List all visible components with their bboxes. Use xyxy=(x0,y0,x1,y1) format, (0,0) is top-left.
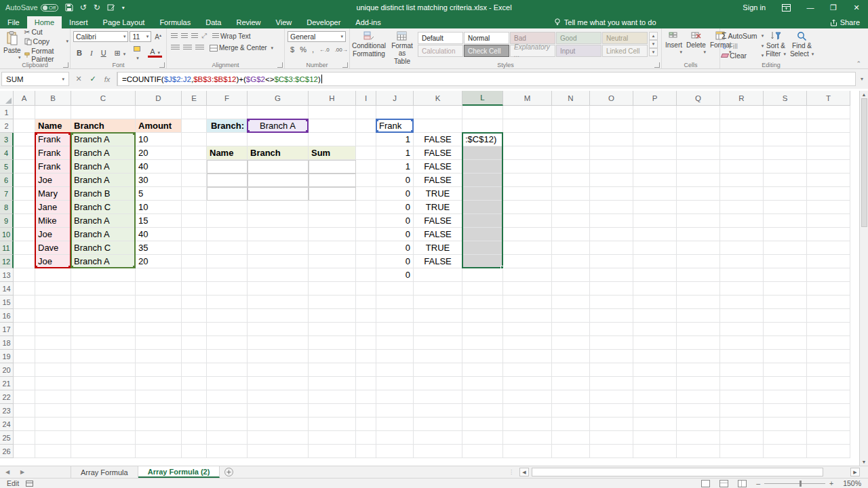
cell-R18[interactable] xyxy=(720,336,764,350)
cell-G21[interactable] xyxy=(248,377,309,390)
cell-S26[interactable] xyxy=(764,445,807,458)
cell-A6[interactable] xyxy=(14,174,35,187)
ribbon-display-options-icon[interactable] xyxy=(774,0,799,15)
cell-M10[interactable] xyxy=(503,228,552,241)
cell-P26[interactable] xyxy=(633,445,677,458)
cell-I21[interactable] xyxy=(356,377,376,390)
cell-O4[interactable] xyxy=(590,146,633,160)
cell-Q21[interactable] xyxy=(677,377,720,390)
cell-B12[interactable]: Joe xyxy=(35,255,71,268)
cell-I12[interactable] xyxy=(356,255,376,268)
cell-E25[interactable] xyxy=(182,431,207,445)
cell-H23[interactable] xyxy=(309,404,356,418)
cell-L3[interactable]: :$C$12) xyxy=(462,133,503,146)
cell-H19[interactable] xyxy=(309,350,356,363)
cell-J5[interactable]: 1 xyxy=(376,160,414,174)
cell-T20[interactable] xyxy=(807,363,850,377)
cell-O5[interactable] xyxy=(590,160,633,174)
ribbon-tab-data[interactable]: Data xyxy=(198,16,229,28)
undo-icon[interactable]: ↺ xyxy=(80,3,87,12)
cell-R13[interactable] xyxy=(720,268,764,282)
cell-K14[interactable] xyxy=(414,282,462,296)
cell-Q13[interactable] xyxy=(677,268,720,282)
column-header-A[interactable]: A xyxy=(14,91,35,106)
cell-F13[interactable] xyxy=(207,268,248,282)
cell-N19[interactable] xyxy=(552,350,590,363)
page-layout-view-icon[interactable] xyxy=(719,480,728,487)
cell-style-default[interactable]: Default xyxy=(418,32,463,44)
cell-K3[interactable]: FALSE xyxy=(414,133,462,146)
cell-O26[interactable] xyxy=(590,445,633,458)
cell-P21[interactable] xyxy=(633,377,677,390)
cell-E12[interactable] xyxy=(182,255,207,268)
cell-B15[interactable] xyxy=(35,296,71,309)
column-header-G[interactable]: G xyxy=(248,91,309,106)
cell-H3[interactable] xyxy=(309,133,356,146)
cell-I5[interactable] xyxy=(356,160,376,174)
zoom-track[interactable] xyxy=(764,483,825,484)
cell-T4[interactable] xyxy=(807,146,850,160)
row-header-18[interactable]: 18 xyxy=(0,336,14,350)
cell-I18[interactable] xyxy=(356,336,376,350)
cell-L10[interactable] xyxy=(462,228,503,241)
cell-S20[interactable] xyxy=(764,363,807,377)
cell-O7[interactable] xyxy=(590,187,633,201)
cell-R10[interactable] xyxy=(720,228,764,241)
cell-J19[interactable] xyxy=(376,350,414,363)
enter-formula-icon[interactable]: ✓ xyxy=(86,75,100,83)
autosave-toggle[interactable]: AutoSave Off xyxy=(5,3,58,12)
cell-R9[interactable] xyxy=(720,214,764,228)
cell-Q14[interactable] xyxy=(677,282,720,296)
cell-N25[interactable] xyxy=(552,431,590,445)
row-header-16[interactable]: 16 xyxy=(0,309,14,323)
underline-button[interactable]: U xyxy=(99,49,108,57)
scroll-right-icon[interactable]: ▶ xyxy=(850,468,860,476)
cell-J6[interactable]: 0 xyxy=(376,174,414,187)
cell-Q4[interactable] xyxy=(677,146,720,160)
cell-K20[interactable] xyxy=(414,363,462,377)
font-dialog-launcher[interactable] xyxy=(159,62,165,68)
cell-J16[interactable] xyxy=(376,309,414,323)
cell-H11[interactable] xyxy=(309,241,356,255)
cell-O14[interactable] xyxy=(590,282,633,296)
cell-L2[interactable] xyxy=(462,119,503,133)
copy-dropdown-icon[interactable]: ▾ xyxy=(63,39,68,44)
cell-Q2[interactable] xyxy=(677,119,720,133)
cell-R12[interactable] xyxy=(720,255,764,268)
cell-J24[interactable] xyxy=(376,418,414,431)
cell-N9[interactable] xyxy=(552,214,590,228)
cell-J23[interactable] xyxy=(376,404,414,418)
cell-B11[interactable]: Dave xyxy=(35,241,71,255)
cell-F1[interactable] xyxy=(207,106,248,119)
cancel-formula-icon[interactable]: ✕ xyxy=(72,75,85,83)
cell-G25[interactable] xyxy=(248,431,309,445)
cell-C25[interactable] xyxy=(71,431,136,445)
cell-I14[interactable] xyxy=(356,282,376,296)
copy-button[interactable]: Copy▾ xyxy=(24,37,68,45)
cell-D24[interactable] xyxy=(136,418,182,431)
bold-button[interactable]: B xyxy=(75,49,84,57)
row-header-1[interactable]: 1 xyxy=(0,106,14,119)
cell-R14[interactable] xyxy=(720,282,764,296)
cell-N26[interactable] xyxy=(552,445,590,458)
cell-E2[interactable] xyxy=(182,119,207,133)
cell-B4[interactable]: Frank xyxy=(35,146,71,160)
cell-G4[interactable]: Branch xyxy=(248,146,309,160)
cell-Q7[interactable] xyxy=(677,187,720,201)
font-size-combo[interactable]: 11▾ xyxy=(130,31,151,42)
cell-A20[interactable] xyxy=(14,363,35,377)
cell-N7[interactable] xyxy=(552,187,590,201)
cell-K11[interactable]: TRUE xyxy=(414,241,462,255)
cell-M21[interactable] xyxy=(503,377,552,390)
row-header-2[interactable]: 2 xyxy=(0,119,14,133)
zoom-in-icon[interactable]: + xyxy=(829,479,833,487)
font-family-combo[interactable]: Calibri▾ xyxy=(73,31,128,42)
clear-button[interactable]: Clear▾ xyxy=(722,52,764,60)
cell-O12[interactable] xyxy=(590,255,633,268)
name-box-dropdown-icon[interactable]: ▾ xyxy=(59,77,64,82)
cell-Q24[interactable] xyxy=(677,418,720,431)
cell-T14[interactable] xyxy=(807,282,850,296)
cell-C12[interactable]: Branch A xyxy=(71,255,136,268)
column-header-T[interactable]: T xyxy=(807,91,850,106)
cell-A17[interactable] xyxy=(14,323,35,336)
